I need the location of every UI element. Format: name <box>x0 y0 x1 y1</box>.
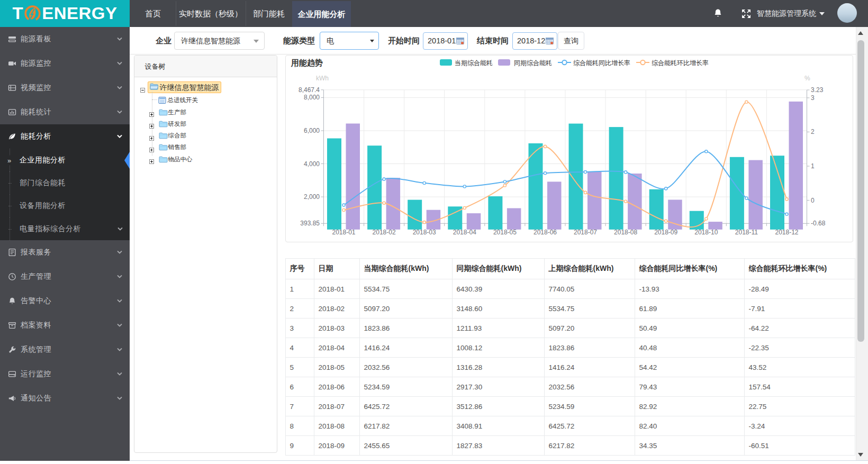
svg-text:8,467.4: 8,467.4 <box>299 86 320 94</box>
svg-text:综合能耗同比增长率: 综合能耗同比增长率 <box>573 59 630 67</box>
svg-text:当期综合能耗: 当期综合能耗 <box>455 59 493 67</box>
svg-text:2018-02: 2018-02 <box>373 229 396 236</box>
svg-text:kWh: kWh <box>316 75 329 82</box>
svg-text:0: 0 <box>811 197 815 204</box>
svg-text:2018-08: 2018-08 <box>614 229 637 236</box>
svg-text:1: 1 <box>811 162 815 170</box>
svg-text:6,000: 6,000 <box>304 127 320 134</box>
svg-text:2018-09: 2018-09 <box>654 229 677 236</box>
svg-text:%: % <box>804 75 810 82</box>
svg-text:2,000: 2,000 <box>304 193 320 201</box>
svg-text:8,000: 8,000 <box>304 94 320 101</box>
svg-text:393.85: 393.85 <box>300 220 320 227</box>
svg-text:-0.68: -0.68 <box>811 220 826 227</box>
svg-text:2018-03: 2018-03 <box>413 229 436 236</box>
svg-text:2018-04: 2018-04 <box>453 229 476 236</box>
svg-text:4,000: 4,000 <box>304 160 320 168</box>
svg-text:2018-05: 2018-05 <box>493 229 517 236</box>
svg-text:2018-12: 2018-12 <box>775 229 798 236</box>
svg-text:2018-06: 2018-06 <box>534 229 557 236</box>
svg-text:3: 3 <box>811 94 815 102</box>
svg-text:用能趋势: 用能趋势 <box>291 58 323 67</box>
svg-text:2018-07: 2018-07 <box>574 229 597 236</box>
svg-text:综合能耗环比增长率: 综合能耗环比增长率 <box>652 59 709 67</box>
svg-text:2018-11: 2018-11 <box>735 229 758 236</box>
svg-text:2: 2 <box>811 128 815 135</box>
svg-text:2018-10: 2018-10 <box>694 229 718 236</box>
svg-text:2018-01: 2018-01 <box>332 229 355 236</box>
svg-text:同期综合能耗: 同期综合能耗 <box>514 59 552 67</box>
svg-text:3.23: 3.23 <box>811 86 824 94</box>
